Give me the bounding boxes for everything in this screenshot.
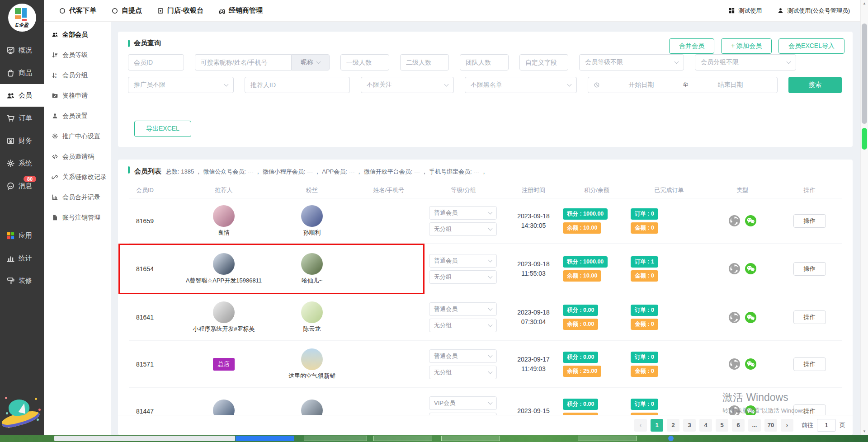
export-excel-button[interactable]: 导出EXCEL	[134, 121, 191, 137]
scrollbar-marker	[862, 128, 867, 150]
submenu-item-7[interactable]: 关系链修改记录	[44, 167, 111, 187]
avatar	[301, 205, 323, 227]
group-select[interactable]: 无分组	[429, 319, 497, 332]
query-select-6[interactable]: 会员等级不限	[579, 54, 684, 71]
level-select[interactable]: 普通会员	[429, 206, 497, 220]
keyword-type-select[interactable]: 昵称	[291, 54, 330, 71]
sidebar-item-0[interactable]: 概况	[0, 39, 44, 61]
level-group-cell: 普通会员无分组	[423, 349, 504, 379]
taskbar-item	[54, 436, 235, 441]
sidebar-item-6[interactable]: 消息80	[0, 174, 44, 197]
query-input-4[interactable]	[460, 54, 509, 71]
group-select[interactable]: 无分组	[429, 270, 497, 284]
submenu-item-6[interactable]: 会员邀请码	[44, 146, 111, 167]
column-header-1: 推荐人	[179, 186, 269, 194]
prev-page-button[interactable]: ‹	[634, 419, 647, 432]
sidebar-item-2[interactable]: 装修	[0, 269, 44, 292]
query-select-2-0[interactable]: 推广员不限	[128, 77, 234, 93]
page-button-4[interactable]: 4	[699, 419, 712, 432]
query-input-5[interactable]	[519, 54, 568, 71]
group-select[interactable]: 无分组	[429, 366, 497, 379]
balance-badge: 余额 : 10.00	[563, 222, 601, 234]
query-select-2-2[interactable]: 不限关注	[361, 77, 454, 93]
brand-logo: E企盈	[8, 4, 36, 32]
keyword-search-input[interactable]	[195, 54, 291, 71]
sidebar-item-4[interactable]: 财务	[0, 129, 44, 152]
select-value: 会员分组不限	[701, 58, 739, 66]
pagination-pages: ‹123456...70›	[634, 419, 793, 432]
title-accent-bar	[128, 40, 130, 47]
query-select-2-3[interactable]: 不限黑名单	[465, 77, 577, 93]
top-user-item-0[interactable]: 测试使用	[728, 7, 762, 15]
avatar	[213, 253, 235, 275]
level-select[interactable]: VIP会员	[429, 396, 497, 410]
submenu-item-5[interactable]: 推广中心设置	[44, 126, 111, 146]
amount-badge: 金额 : 0	[631, 222, 658, 234]
scroll-up-icon[interactable]: ▲	[861, 1, 868, 5]
query-input-2[interactable]	[340, 54, 389, 71]
submenu-item-4[interactable]: 会员设置	[44, 106, 111, 126]
page-button-1[interactable]: 1	[651, 419, 663, 432]
row-action-button[interactable]: 操作	[793, 357, 826, 371]
row-action-button[interactable]: 操作	[793, 262, 826, 276]
row-action-button[interactable]: 操作	[793, 214, 826, 228]
member-excel-import-button[interactable]: 会员EXCEL导入	[778, 38, 844, 54]
top-nav-item-1[interactable]: 自提点	[111, 6, 142, 15]
sidebar-item-5[interactable]: 系统	[0, 152, 44, 174]
submenu-item-3[interactable]: 资格申请	[44, 85, 111, 106]
top-user-item-1[interactable]: 测试使用(公众号管理员)	[777, 7, 850, 15]
register-time-cell: 2023-09-1711:49:03	[504, 355, 563, 374]
page-scrollbar[interactable]: ▲ ▼	[860, 0, 868, 435]
orders-badge: 订单 : 0	[631, 352, 658, 363]
sidebar-item-2[interactable]: 会员	[0, 84, 44, 107]
sidebar-item-1[interactable]: 统计	[0, 247, 44, 269]
mini-app-icon	[728, 215, 741, 227]
submenu-item-2[interactable]: AZ会员分组	[44, 65, 111, 85]
avatar	[301, 301, 323, 323]
scrollbar-thumb[interactable]	[862, 24, 867, 124]
level-select[interactable]: 普通会员	[429, 254, 497, 268]
register-time-cell: 2023-09-15	[504, 406, 563, 416]
page-button-2[interactable]: 2	[667, 419, 679, 432]
submenu-item-1[interactable]: 会员等级	[44, 45, 111, 65]
file-icon	[52, 214, 58, 221]
goto-page-input[interactable]	[817, 419, 836, 432]
orders-amount-cell: 订单 : 0金额 : 0	[631, 208, 708, 234]
next-page-button[interactable]: ›	[781, 419, 793, 432]
points-balance-cell: 积分 : 0.00余额 : 0.00	[563, 305, 631, 330]
sidebar-item-3[interactable]: 订单	[0, 107, 44, 129]
scroll-down-icon[interactable]: ▼	[861, 429, 868, 433]
top-nav-item-0[interactable]: 代客下单	[59, 6, 96, 15]
top-nav-item-2[interactable]: 门店-收银台	[157, 6, 203, 15]
row-action-button[interactable]: 操作	[793, 310, 826, 324]
submenu-item-label: 资格申请	[62, 92, 88, 100]
page-button-6[interactable]: 6	[732, 419, 745, 432]
wechat-icon	[745, 311, 757, 324]
query-input-3[interactable]	[400, 54, 449, 71]
chart-icon	[52, 194, 58, 201]
level-select[interactable]: 普通会员	[429, 302, 497, 316]
ellipsis-button[interactable]: ...	[748, 419, 761, 432]
date-range-input[interactable]: 开始日期至结束日期	[588, 77, 778, 93]
query-select-7[interactable]: 会员分组不限	[695, 54, 796, 71]
submenu-item-8[interactable]: 会员合并记录	[44, 187, 111, 207]
add-member-button[interactable]: + 添加会员	[721, 38, 772, 54]
submenu-item-9[interactable]: 账号注销管理	[44, 207, 111, 228]
top-nav-item-3[interactable]: 经销商管理	[218, 6, 263, 15]
group-select[interactable]: 无分组	[429, 222, 497, 236]
search-button[interactable]: 搜索	[788, 77, 842, 93]
sidebar-item-1[interactable]: 商品	[0, 61, 44, 84]
level-select[interactable]: 普通会员	[429, 349, 497, 363]
svg-text:Z: Z	[55, 75, 57, 78]
goods-icon	[6, 69, 15, 77]
page-button-3[interactable]: 3	[683, 419, 696, 432]
sidebar-item-0[interactable]: 应用	[0, 224, 44, 247]
level-select-value: 普通会员	[434, 352, 458, 360]
page-button-5[interactable]: 5	[716, 419, 728, 432]
query-input-2-1[interactable]	[245, 77, 350, 93]
query-input-0[interactable]	[128, 54, 184, 71]
page-button-70[interactable]: 70	[764, 419, 777, 432]
submenu-item-0[interactable]: 全部会员	[44, 24, 111, 45]
orders-amount-cell: 订单 : 1金额 : 0	[631, 256, 708, 282]
merge-member-button[interactable]: 合并会员	[669, 38, 714, 54]
